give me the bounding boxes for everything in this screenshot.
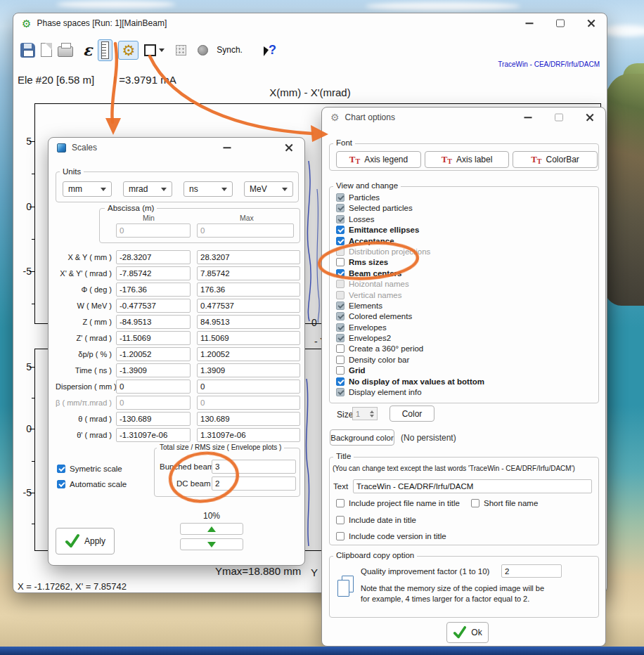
min-input[interactable]	[116, 347, 191, 361]
max-input[interactable]	[197, 299, 300, 313]
dc-beam-input[interactable]	[212, 476, 296, 491]
row-label: X' & Y' ( mrad )	[56, 266, 112, 280]
density-button[interactable]	[176, 45, 186, 56]
new-document-button[interactable]	[41, 43, 52, 57]
option-losses[interactable]: Losses	[336, 215, 484, 223]
apply-button[interactable]: Apply	[56, 528, 115, 555]
max-input[interactable]	[197, 283, 300, 297]
print-button[interactable]	[58, 43, 73, 57]
unit-energy-select[interactable]: MeV	[244, 181, 293, 197]
option-vertical-names[interactable]: Vertical names	[336, 291, 484, 299]
option-density-color-bar[interactable]: Density color bar	[336, 356, 484, 364]
option-horizontal-names[interactable]: Hoizontal names	[336, 280, 484, 288]
automatic-scale-checkbox[interactable]: Automatic scale	[57, 480, 127, 488]
option-envelopes[interactable]: Envelopes	[336, 323, 484, 332]
frame-dropdown-button[interactable]	[144, 44, 165, 56]
option-beam-centers[interactable]: Beam centers	[336, 269, 484, 278]
axis-legend-font-button[interactable]: TTAxis legend	[336, 151, 421, 168]
max-input[interactable]	[197, 380, 300, 394]
min-input[interactable]	[116, 266, 191, 280]
min-input[interactable]	[116, 250, 191, 264]
min-input[interactable]	[116, 428, 191, 442]
spinner-arrows-icon[interactable]	[370, 410, 374, 417]
ruler-icon	[101, 41, 109, 59]
include-code-version-checkbox[interactable]: Include code version in title	[336, 532, 446, 540]
option-emittance-ellipses[interactable]: Emittance ellipses	[336, 226, 484, 234]
maximize-button[interactable]	[543, 108, 574, 127]
max-input[interactable]	[197, 428, 300, 442]
option-particles[interactable]: Particles	[336, 193, 484, 202]
clipboard-note-line2: for example, 4 times larger for a factor…	[361, 595, 529, 603]
unit-time-select[interactable]: ns	[183, 181, 233, 197]
option-distribution-projections[interactable]: Distribution projections	[336, 247, 484, 256]
option-create-360-period[interactable]: Create a 360° period	[336, 344, 484, 353]
min-input[interactable]	[116, 283, 191, 297]
min-input[interactable]	[116, 331, 191, 345]
titlebar[interactable]: ⚙ Phase spaces [Run: 1][MainBeam]	[13, 13, 607, 33]
min-input[interactable]	[116, 299, 191, 313]
save-button[interactable]	[20, 43, 35, 58]
close-button[interactable]	[576, 13, 607, 33]
option-envelopes2[interactable]: Envelopes2	[336, 334, 484, 342]
save-icon	[20, 43, 35, 58]
color-button[interactable]: Color	[389, 406, 434, 422]
minimize-button[interactable]	[212, 138, 243, 157]
max-input[interactable]	[197, 266, 300, 280]
abscissa-max-input[interactable]	[197, 223, 294, 238]
minimize-button[interactable]	[514, 13, 545, 33]
abscissa-min-input[interactable]	[116, 223, 191, 238]
row-label: X & Y ( mm )	[56, 250, 112, 264]
option-elements[interactable]: Elements	[336, 301, 484, 310]
title-text-input[interactable]	[353, 479, 592, 493]
scale-row-z: Z ( mm )	[56, 315, 302, 329]
max-input[interactable]	[197, 331, 300, 345]
scale-down-button[interactable]	[180, 538, 243, 550]
ok-button[interactable]: Ok	[446, 622, 489, 643]
bunched-beam-input[interactable]	[212, 460, 296, 474]
titlebar[interactable]: Scales	[49, 138, 304, 157]
close-button[interactable]	[273, 138, 304, 157]
checkbox-label: Short file name	[484, 499, 538, 507]
synch-label: Synch.	[217, 45, 243, 55]
include-project-checkbox[interactable]: Include project file name in title	[336, 499, 460, 507]
min-input[interactable]	[116, 412, 191, 426]
max-input[interactable]	[197, 250, 300, 264]
include-date-checkbox[interactable]: Include date in title	[336, 516, 416, 524]
maximize-button[interactable]	[545, 13, 576, 33]
min-input[interactable]	[116, 380, 191, 394]
quality-factor-input[interactable]	[501, 564, 562, 578]
min-header: Min	[143, 214, 155, 222]
size-spinner[interactable]: 1	[352, 407, 378, 420]
option-no-max-values[interactable]: No display of max values at bottom	[336, 377, 484, 386]
close-button[interactable]	[574, 108, 605, 127]
axis-label-font-button[interactable]: TTAxis label	[425, 151, 509, 168]
scales-tool-button[interactable]	[98, 39, 112, 61]
max-input[interactable]	[197, 396, 300, 410]
chart-options-tool-button[interactable]: ⚙	[118, 41, 139, 60]
windows-taskbar[interactable]	[0, 647, 644, 655]
short-file-name-checkbox[interactable]: Short file name	[471, 499, 538, 507]
min-input[interactable]	[116, 315, 191, 329]
option-acceptance[interactable]: Acceptance	[336, 237, 484, 245]
option-selected-particles[interactable]: Selected particles	[336, 204, 484, 212]
option-colored-elements[interactable]: Colored elements	[336, 312, 484, 320]
minimize-button[interactable]	[513, 108, 543, 127]
emittance-button[interactable]: ε	[83, 43, 92, 57]
max-input[interactable]	[197, 347, 300, 361]
option-display-element-info[interactable]: Display element info	[336, 388, 484, 396]
option-grid[interactable]: Grid	[336, 366, 484, 375]
max-input[interactable]	[197, 363, 300, 377]
unit-length-select[interactable]: mm	[63, 181, 112, 197]
max-input[interactable]	[197, 315, 300, 329]
option-rms-sizes[interactable]: Rms sizes	[336, 258, 484, 266]
background-color-button[interactable]: Background color	[330, 429, 394, 446]
scale-up-button[interactable]	[180, 523, 243, 535]
symetric-scale-checkbox[interactable]: Symetric scale	[57, 465, 122, 473]
colorbar-font-button[interactable]: TTColorBar	[513, 151, 598, 168]
min-input[interactable]	[116, 396, 191, 410]
min-input[interactable]	[116, 363, 191, 377]
max-input[interactable]	[197, 412, 300, 426]
unit-angle-select[interactable]: mrad	[123, 181, 172, 197]
context-help-button[interactable]: ?	[264, 44, 276, 56]
titlebar[interactable]: ⚙ Chart options	[322, 108, 605, 127]
